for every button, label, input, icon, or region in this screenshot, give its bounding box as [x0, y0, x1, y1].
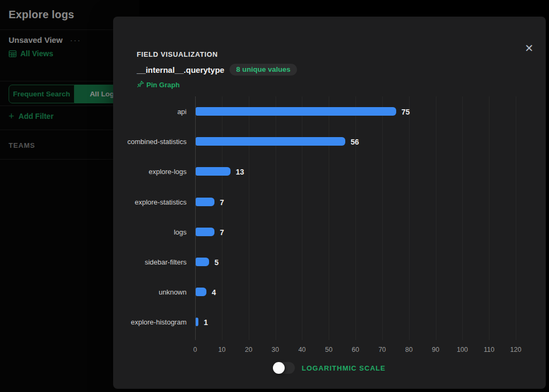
x-tick-label: 110: [484, 346, 494, 353]
x-tick-label: 120: [510, 346, 522, 353]
x-tick-label: 20: [245, 346, 253, 353]
bar-unknown[interactable]: [196, 288, 206, 296]
grid-line: [355, 96, 356, 340]
x-tick-label: 0: [194, 346, 197, 353]
bar-api[interactable]: [196, 107, 396, 116]
pin-graph-button[interactable]: Pin Graph: [136, 80, 180, 90]
grid-line: [302, 96, 302, 340]
logarithmic-scale-label[interactable]: LOGARITHMIC SCALE: [302, 364, 385, 372]
toggle-knob: [273, 362, 285, 374]
category-label: sidebar-filters: [113, 258, 187, 266]
bar-value-label: 56: [351, 138, 359, 146]
category-label: explore-histogram: [113, 318, 187, 326]
category-label: combined-statistics: [113, 138, 187, 146]
bar-value-label: 5: [214, 258, 219, 267]
logarithmic-scale-toggle[interactable]: [273, 362, 295, 374]
close-icon[interactable]: ✕: [522, 41, 536, 55]
grid-line: [382, 96, 383, 340]
category-label: api: [113, 108, 187, 116]
category-label: unknown: [113, 288, 187, 296]
x-tick-label: 70: [379, 346, 386, 353]
x-tick-label: 60: [352, 346, 359, 353]
grid-line: [516, 96, 516, 340]
x-tick-label: 90: [432, 346, 440, 353]
bar-value-label: 13: [236, 168, 244, 176]
x-tick-label: 40: [298, 346, 306, 353]
category-label: explore-logs: [113, 168, 187, 176]
category-label: logs: [113, 228, 187, 236]
bar-explore-logs[interactable]: [196, 167, 231, 176]
bar-combined-statistics[interactable]: [196, 137, 345, 146]
grid-line: [462, 96, 463, 340]
x-tick-label: 80: [405, 346, 413, 353]
bar-value-label: 1: [204, 318, 208, 327]
x-tick-label: 100: [457, 346, 468, 353]
bar-explore-histogram[interactable]: [196, 318, 198, 326]
grid-line: [489, 96, 489, 340]
bar-explore-statistics[interactable]: [196, 198, 214, 206]
y-axis-line: [195, 96, 196, 340]
x-tick-label: 10: [218, 346, 226, 353]
field-visualization-modal: ✕ FIELD VISUALIZATION __internal__.query…: [113, 17, 546, 389]
grid-line: [329, 96, 329, 340]
grid-line: [409, 96, 410, 340]
bar-value-label: 7: [220, 228, 224, 237]
bar-value-label: 4: [212, 288, 216, 297]
bar-logs[interactable]: [196, 228, 214, 236]
bar-value-label: 7: [220, 198, 224, 207]
bar-chart: 0102030405060708090100110120api75combine…: [113, 96, 546, 364]
pin-icon: [136, 80, 145, 90]
grid-line: [276, 96, 276, 340]
bar-value-label: 75: [402, 108, 410, 116]
x-tick-label: 30: [272, 346, 279, 353]
grid-line: [436, 96, 436, 340]
field-name: __internal__.querytype: [137, 65, 224, 74]
x-tick-label: 50: [325, 346, 332, 353]
category-label: explore-statistics: [113, 198, 187, 206]
grid-line: [249, 96, 249, 340]
pin-graph-label: Pin Graph: [146, 81, 180, 89]
grid-line: [222, 96, 222, 340]
modal-kicker: FIELD VISUALIZATION: [137, 50, 218, 58]
bar-sidebar-filters[interactable]: [196, 258, 209, 266]
unique-values-badge: 8 unique values: [229, 64, 296, 76]
